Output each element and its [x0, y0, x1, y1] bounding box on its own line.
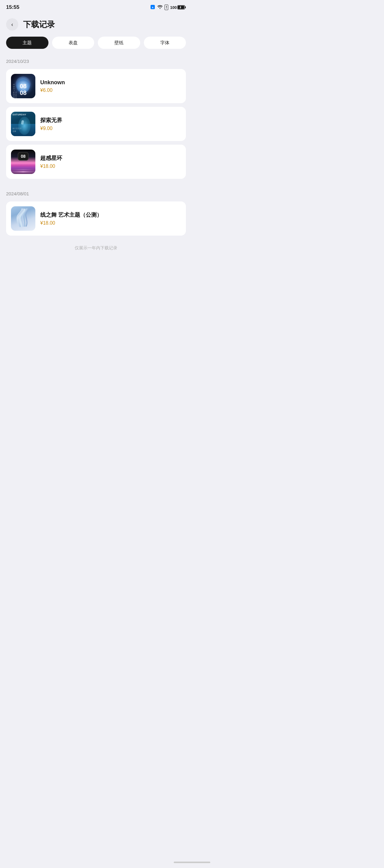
back-button[interactable]: ‹: [6, 18, 18, 31]
status-icons: A ! 100: [150, 4, 186, 11]
list-item[interactable]: 08 超感星环 ¥18.00: [6, 145, 186, 179]
card-price: ¥6.00: [40, 88, 181, 93]
ring-clock: 08: [18, 152, 29, 160]
wifi-icon: [157, 5, 163, 10]
date-label-2: 2024/08/01: [6, 191, 29, 196]
dance-ribbon-svg: [12, 208, 34, 229]
cards-section-1: WORLDES 2024 08 08 Unknown ¥6.00 航行至世界边缘…: [0, 66, 192, 181]
page-title: 下载记录: [23, 19, 55, 30]
back-arrow-icon: ‹: [11, 21, 13, 28]
thumbnail-unknown: WORLDES 2024 08 08: [11, 74, 35, 98]
card-info-ring: 超感星环 ¥18.00: [40, 154, 181, 169]
thumbnail-explore: 航行至世界边缘: [11, 112, 35, 136]
card-price: ¥9.00: [40, 126, 181, 131]
status-time: 15:55: [6, 4, 19, 10]
tab-wallpaper[interactable]: 壁纸: [98, 37, 140, 49]
thumbnail-dance: [11, 206, 35, 231]
card-info-unknown: Unknown ¥6.00: [40, 79, 181, 93]
date-section-2: 2024/08/01: [0, 186, 192, 199]
card-price: ¥18.00: [40, 220, 181, 226]
card-info-explore: 探索无界 ¥9.00: [40, 117, 181, 131]
app-notification-icon: A: [150, 4, 155, 11]
card-name: Unknown: [40, 79, 181, 86]
date-label-1: 2024/10/23: [6, 59, 29, 64]
list-item[interactable]: 航行至世界边缘 探索无界 ¥9.00: [6, 107, 186, 141]
svg-text:A: A: [152, 6, 153, 9]
footer-note: 仅展示一年内下载记录: [0, 238, 192, 258]
security-icon: !: [165, 5, 168, 10]
filter-tabs: 主题 表盘 壁纸 字体: [0, 34, 192, 54]
date-section-1: 2024/10/23: [0, 54, 192, 66]
tab-theme[interactable]: 主题: [6, 37, 48, 49]
card-name: 探索无界: [40, 117, 181, 124]
list-item[interactable]: WORLDES 2024 08 08 Unknown ¥6.00: [6, 69, 186, 103]
tab-font[interactable]: 字体: [144, 37, 186, 49]
card-name: 线之舞 艺术主题（公测）: [40, 211, 181, 219]
thumbnail-ring: 08: [11, 150, 35, 174]
card-price: ¥18.00: [40, 163, 181, 169]
header: ‹ 下载记录: [0, 13, 192, 34]
tab-watchface[interactable]: 表盘: [52, 37, 95, 49]
battery-icon: 100: [170, 5, 186, 10]
card-name: 超感星环: [40, 154, 181, 162]
svg-rect-3: [185, 6, 186, 8]
cards-section-2: 线之舞 艺术主题（公测） ¥18.00: [0, 199, 192, 238]
list-item[interactable]: 线之舞 艺术主题（公测） ¥18.00: [6, 202, 186, 236]
card-info-dance: 线之舞 艺术主题（公测） ¥18.00: [40, 211, 181, 226]
status-bar: 15:55 A ! 100: [0, 0, 192, 13]
